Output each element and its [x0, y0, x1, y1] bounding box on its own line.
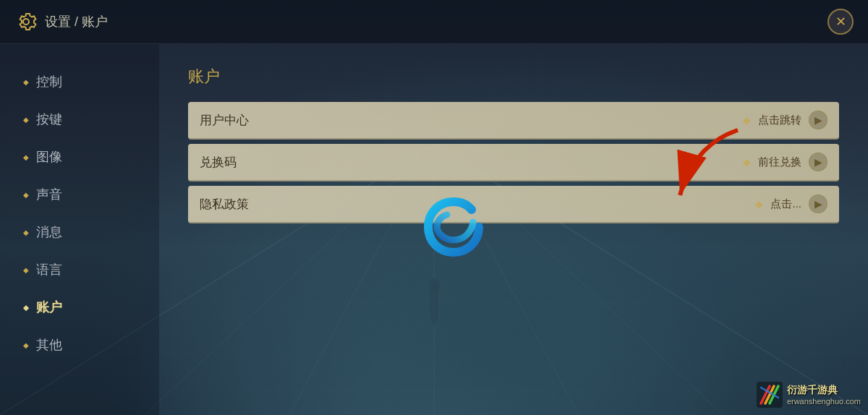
top-bar-left: 设置 / 账户 — [14, 10, 108, 33]
breadcrumb: 设置 / 账户 — [45, 13, 108, 30]
sidebar-item-message[interactable]: ◆ 消息 — [14, 216, 145, 248]
sidebar-item-account[interactable]: ◆ 账户 — [14, 291, 145, 323]
bullet-icon: ◆ — [23, 266, 29, 274]
red-arrow-annotation — [665, 123, 760, 227]
gear-icon — [14, 10, 38, 33]
sidebar-item-control[interactable]: ◆ 控制 — [14, 66, 145, 98]
sidebar-item-sound[interactable]: ◆ 声音 — [14, 179, 145, 210]
sidebar-item-label: 账户 — [36, 299, 62, 316]
bullet-icon: ◆ — [23, 116, 29, 124]
main-content: 账户 用户中心 ◆ 点击跳转 ▶ 兑换码 ◆ 前往兑换 — [159, 44, 868, 415]
arrow-right-icon: ▶ — [809, 194, 827, 213]
watermark-sub-text: erwanshenghuo.com — [787, 397, 861, 406]
sidebar-item-label: 按键 — [36, 111, 62, 128]
watermark-logo-icon — [757, 382, 783, 408]
watermark-text-container: 衍游千游典 erwanshenghuo.com — [787, 384, 861, 406]
sidebar-item-label: 图像 — [36, 148, 62, 166]
menu-row-action: 点击跳转 — [758, 114, 801, 127]
bullet-icon: ◆ — [23, 341, 29, 349]
sidebar: ◆ 控制 ◆ 按键 ◆ 图像 ◆ 声音 ◆ 消息 ◆ 语言 — [0, 44, 159, 415]
sidebar-item-label: 语言 — [36, 261, 62, 278]
arrow-right-icon: ▶ — [809, 153, 827, 171]
sidebar-item-other[interactable]: ◆ 其他 — [14, 329, 145, 361]
arrow-right-icon: ▶ — [809, 111, 827, 129]
loading-overlay — [421, 194, 486, 260]
menu-row-label: 兑换码 — [200, 154, 237, 171]
menu-row-action: 点击... — [770, 197, 801, 211]
bullet-icon: ◆ — [23, 78, 29, 86]
bullet-icon: ◆ — [23, 153, 29, 161]
sidebar-item-graphics[interactable]: ◆ 图像 — [14, 141, 145, 173]
section-title: 账户 — [188, 66, 839, 87]
edge-logo-icon — [421, 194, 486, 260]
menu-row-label: 隐私政策 — [200, 196, 249, 213]
sidebar-item-language[interactable]: ◆ 语言 — [14, 254, 145, 286]
bullet-icon: ◆ — [23, 191, 29, 199]
menu-row-right: ◆ 点击... ▶ — [755, 194, 827, 213]
sidebar-item-keys[interactable]: ◆ 按键 — [14, 103, 145, 135]
top-bar: 设置 / 账户 ✕ — [0, 0, 868, 44]
sidebar-item-label: 声音 — [36, 186, 62, 203]
watermark: 衍游千游典 erwanshenghuo.com — [757, 382, 861, 408]
sidebar-item-label: 消息 — [36, 223, 62, 241]
menu-row-label: 用户中心 — [200, 112, 249, 129]
sidebar-item-label: 控制 — [36, 73, 62, 90]
bullet-icon: ◆ — [23, 228, 29, 236]
close-button[interactable]: ✕ — [827, 9, 854, 35]
sidebar-item-label: 其他 — [36, 336, 62, 354]
bullet-icon: ◆ — [23, 304, 29, 312]
menu-row-action: 前往兑换 — [758, 155, 801, 169]
watermark-main-text: 衍游千游典 — [787, 384, 861, 397]
